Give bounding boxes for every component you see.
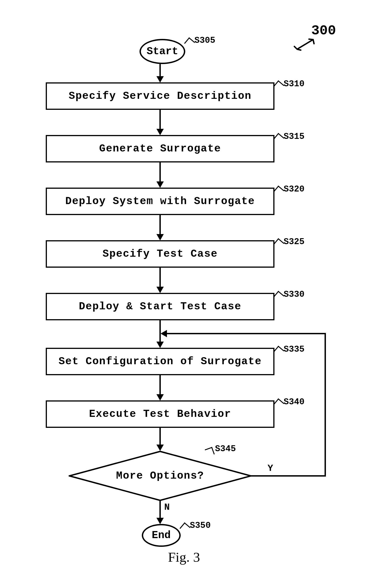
s330-label: S330 xyxy=(284,289,304,299)
edge-s315-s320 xyxy=(159,162,161,182)
step-specify-service: Specify Service Description xyxy=(46,82,275,110)
figure-number-arrow xyxy=(293,38,318,54)
step-deploy-system: Deploy System with Surrogate xyxy=(46,188,275,215)
start-text: Start xyxy=(147,46,178,57)
s330-tick xyxy=(273,291,284,302)
end-terminator: End xyxy=(142,524,181,547)
edge-s330-s335-arrow xyxy=(156,342,164,348)
step-specify-test-case-text: Specify Test Case xyxy=(102,248,218,260)
edge-yes-v xyxy=(324,333,326,476)
edge-s315-s320-arrow xyxy=(156,181,164,188)
s315-tick xyxy=(273,133,284,144)
decision-more-options: More Options? xyxy=(69,451,252,501)
edge-no-v xyxy=(159,500,161,518)
step-execute-behavior: Execute Test Behavior xyxy=(46,400,275,428)
s340-label: S340 xyxy=(284,397,304,407)
s320-tick xyxy=(273,186,284,196)
step-specify-service-text: Specify Service Description xyxy=(69,90,251,102)
start-label-tick xyxy=(184,37,195,48)
edge-yes-arrow xyxy=(161,330,167,337)
s335-label: S335 xyxy=(284,344,304,354)
s315-label: S315 xyxy=(284,131,304,141)
start-label: S305 xyxy=(194,36,215,45)
s325-label: S325 xyxy=(284,237,304,247)
edge-s310-s315-arrow xyxy=(156,129,164,135)
s325-tick xyxy=(273,238,284,249)
end-label: S350 xyxy=(190,521,211,530)
edge-s340-decision xyxy=(159,428,161,445)
edge-no-arrow xyxy=(156,518,164,524)
edge-s335-s340-arrow xyxy=(156,394,164,401)
edge-start-specSvc xyxy=(159,64,161,77)
step-deploy-start-test: Deploy & Start Test Case xyxy=(46,293,275,320)
step-set-configuration-text: Set Configuration of Surrogate xyxy=(59,355,262,367)
figure-caption: Fig. 3 xyxy=(0,549,368,565)
step-generate-surrogate: Generate Surrogate xyxy=(46,135,275,162)
s345-label: S345 xyxy=(215,444,236,454)
s335-tick xyxy=(273,346,284,357)
edge-start-specSvc-arrow xyxy=(156,76,164,83)
s310-tick xyxy=(273,80,284,91)
edge-s325-s330 xyxy=(159,268,161,287)
edge-s320-s325 xyxy=(159,215,161,234)
step-deploy-start-test-text: Deploy & Start Test Case xyxy=(79,301,241,313)
end-text: End xyxy=(152,529,171,541)
edge-yes-h1 xyxy=(250,475,326,476)
step-specify-test-case: Specify Test Case xyxy=(46,240,275,268)
edge-no-label: N xyxy=(164,502,170,513)
edge-s310-s315 xyxy=(159,110,161,129)
edge-s325-s330-arrow xyxy=(156,287,164,293)
decision-more-options-text: More Options? xyxy=(116,470,204,482)
step-execute-behavior-text: Execute Test Behavior xyxy=(89,408,231,420)
start-terminator: Start xyxy=(139,39,185,64)
step-set-configuration: Set Configuration of Surrogate xyxy=(46,348,275,375)
edge-s320-s325-arrow xyxy=(156,234,164,241)
edge-yes-h2 xyxy=(166,333,326,334)
step-deploy-system-text: Deploy System with Surrogate xyxy=(65,195,255,207)
edge-s340-decision-arrow xyxy=(156,445,164,451)
s340-tick xyxy=(273,398,284,409)
s320-label: S320 xyxy=(284,184,304,194)
end-label-tick xyxy=(180,522,191,533)
edge-yes-label: Y xyxy=(267,463,273,474)
figure-number: 300 xyxy=(311,23,336,38)
step-generate-surrogate-text: Generate Surrogate xyxy=(99,143,221,155)
s310-label: S310 xyxy=(284,79,304,89)
edge-s335-s340 xyxy=(159,375,161,395)
